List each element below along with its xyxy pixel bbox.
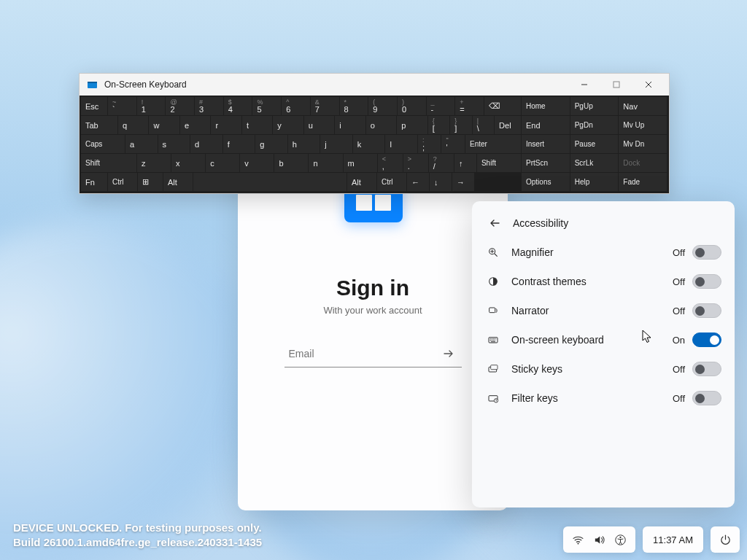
key-mv-dn[interactable]: Mv Dn <box>619 135 667 153</box>
key-[interactable]: ⊞ <box>138 173 163 191</box>
key-e[interactable]: e <box>180 116 210 134</box>
key-[interactable]: ↓ <box>430 173 452 191</box>
key-nav[interactable]: Nav <box>619 97 667 115</box>
key-[interactable]: _- <box>427 97 455 115</box>
key-r[interactable]: r <box>211 116 241 134</box>
key-del[interactable]: Del <box>495 116 521 134</box>
key-[interactable]: :; <box>418 135 441 153</box>
key-l[interactable]: l <box>385 135 417 153</box>
toggle-osk[interactable] <box>692 332 721 347</box>
minimize-button[interactable] <box>568 74 600 96</box>
key-alt[interactable]: Alt <box>163 173 193 191</box>
key-[interactable]: |\ <box>473 116 494 134</box>
accessibility-row-sticky[interactable]: Sticky keysOff <box>478 354 729 384</box>
key-shift[interactable]: Shift <box>81 154 136 172</box>
accessibility-row-contrast[interactable]: Contrast themesOff <box>478 267 729 296</box>
key-m[interactable]: m <box>344 154 377 172</box>
key-prtscn[interactable]: PrtScn <box>522 154 570 172</box>
clock[interactable]: 11:37 AM <box>643 526 703 553</box>
key-tab[interactable]: Tab <box>81 116 117 134</box>
key-pgdn[interactable]: PgDn <box>570 116 619 134</box>
key-space[interactable] <box>193 173 347 191</box>
key-0[interactable]: )0 <box>398 97 426 115</box>
key-x[interactable]: x <box>171 154 205 172</box>
key-2[interactable]: @2 <box>166 97 194 115</box>
toggle-magnifier[interactable] <box>692 245 721 260</box>
key-f[interactable]: f <box>223 135 255 153</box>
key-esc[interactable]: Esc <box>81 97 107 115</box>
key-caps[interactable]: Caps <box>81 135 125 153</box>
key-v[interactable]: v <box>240 154 274 172</box>
key-[interactable]: }] <box>450 116 471 134</box>
accessibility-row-osk[interactable]: On-screen keyboardOn <box>478 325 729 354</box>
toggle-narrator[interactable] <box>692 303 721 318</box>
key-pause[interactable]: Pause <box>570 135 619 153</box>
key-scrlk[interactable]: ScrLk <box>570 154 619 172</box>
key-6[interactable]: ^6 <box>282 97 310 115</box>
key-[interactable]: ~` <box>108 97 136 115</box>
accessibility-row-magnifier[interactable]: MagnifierOff <box>478 238 729 267</box>
toggle-filter[interactable] <box>692 391 721 405</box>
key-p[interactable]: p <box>397 116 427 134</box>
key-[interactable]: ↑ <box>454 154 476 172</box>
key-n[interactable]: n <box>309 154 342 172</box>
key-1[interactable]: !1 <box>137 97 166 115</box>
key-o[interactable]: o <box>366 116 396 134</box>
key-[interactable]: += <box>455 97 484 115</box>
key-alt[interactable]: Alt <box>347 173 376 191</box>
key-enter[interactable]: Enter <box>465 135 521 153</box>
key-[interactable]: <, <box>378 154 403 172</box>
accessibility-row-filter[interactable]: Filter keysOff <box>478 384 729 413</box>
power-button[interactable] <box>711 526 740 553</box>
key-4[interactable]: $4 <box>224 97 252 115</box>
key-h[interactable]: h <box>288 135 320 153</box>
key-dock[interactable]: Dock <box>619 154 667 172</box>
key-z[interactable]: z <box>137 154 171 172</box>
close-button[interactable] <box>632 74 665 96</box>
key-[interactable]: → <box>452 173 474 191</box>
osk-titlebar[interactable]: On-Screen Keyboard <box>80 74 669 96</box>
key-8[interactable]: *8 <box>340 97 368 115</box>
key-shift[interactable]: Shift <box>477 154 521 172</box>
key-help[interactable]: Help <box>570 173 619 191</box>
accessibility-row-narrator[interactable]: NarratorOff <box>478 296 729 325</box>
key-options[interactable]: Options <box>522 173 570 191</box>
key-[interactable]: >. <box>403 154 428 172</box>
key-insert[interactable]: Insert <box>522 135 570 153</box>
key-end[interactable]: End <box>522 116 570 134</box>
key-y[interactable]: y <box>273 116 303 134</box>
key-[interactable]: {[ <box>428 116 449 134</box>
maximize-button[interactable] <box>600 74 632 96</box>
toggle-contrast[interactable] <box>692 274 721 289</box>
key-a[interactable]: a <box>125 135 158 153</box>
submit-arrow-button[interactable] <box>438 343 459 364</box>
key-fn[interactable]: Fn <box>81 173 107 191</box>
key-mv-up[interactable]: Mv Up <box>619 116 667 134</box>
key-[interactable]: ?/ <box>429 154 454 172</box>
key-i[interactable]: i <box>335 116 365 134</box>
key-j[interactable]: j <box>320 135 352 153</box>
key-w[interactable]: w <box>149 116 179 134</box>
key-t[interactable]: t <box>242 116 272 134</box>
key-fade[interactable]: Fade <box>619 173 667 191</box>
key-s[interactable]: s <box>158 135 190 153</box>
key-7[interactable]: &7 <box>311 97 339 115</box>
key-u[interactable]: u <box>304 116 334 134</box>
key-[interactable]: "' <box>441 135 465 153</box>
key-c[interactable]: c <box>206 154 239 172</box>
key-ctrl[interactable]: Ctrl <box>108 173 137 191</box>
key-g[interactable]: g <box>255 135 287 153</box>
key-5[interactable]: %5 <box>252 97 281 115</box>
key-[interactable]: ⌫ <box>484 97 521 115</box>
key-9[interactable]: (9 <box>368 97 397 115</box>
key-ctrl[interactable]: Ctrl <box>377 173 406 191</box>
key-pgup[interactable]: PgUp <box>570 97 619 115</box>
key-[interactable]: ← <box>407 173 429 191</box>
toggle-sticky[interactable] <box>692 362 721 376</box>
email-input[interactable] <box>287 347 438 360</box>
network-sound-accessibility-pill[interactable] <box>563 526 635 553</box>
key-b[interactable]: b <box>274 154 308 172</box>
key-k[interactable]: k <box>353 135 385 153</box>
back-button[interactable] <box>482 211 507 236</box>
key-d[interactable]: d <box>190 135 222 153</box>
